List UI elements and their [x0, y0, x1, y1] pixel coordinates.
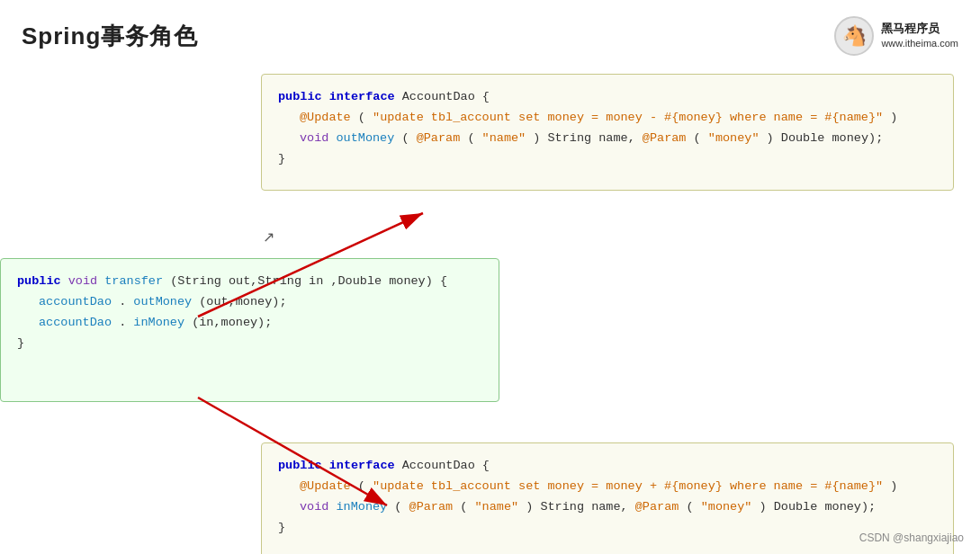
param-annotation3: @Param: [409, 500, 454, 514]
kw-void: void: [300, 131, 328, 145]
kw-public2: public: [17, 274, 61, 288]
page-title: Spring事务角色: [22, 21, 198, 52]
method-out-ref: outMoney: [133, 295, 192, 308]
brand-name: 黑马程序员: [881, 21, 958, 37]
top-line2: @Update ( "update tbl_account set money …: [278, 108, 937, 129]
kw-void3: void: [300, 500, 328, 514]
footer-text: CSDN @shangxiajiao: [859, 532, 964, 544]
bot-line2: @Update ( "update tbl_account set money …: [278, 477, 937, 497]
kw-public: public: [278, 90, 322, 103]
code-box-top: public interface AccountDao { @Update ( …: [261, 74, 954, 191]
param-annotation4: @Param: [635, 500, 679, 514]
bot-line1: public interface AccountDao {: [278, 456, 937, 477]
account-dao-ref: accountDao: [39, 295, 112, 308]
footer: CSDN @shangxiajiao: [859, 532, 964, 544]
horse-icon: 🐴: [842, 24, 867, 48]
header: Spring事务角色 🐴 黑马程序员 www.itheima.com: [0, 0, 980, 65]
account-dao-ref2: accountDao: [39, 316, 112, 329]
bot-line4: }: [278, 518, 937, 539]
top-line3: void outMoney ( @Param ( "name" ) String…: [278, 129, 937, 149]
main-content: public interface AccountDao { @Update ( …: [0, 65, 980, 551]
kw-interface2: interface: [329, 459, 395, 472]
logo-icon: 🐴: [834, 16, 874, 56]
mid-line2: accountDao . outMoney (out,money);: [17, 292, 482, 313]
update-string2: "update tbl_account set money = money + …: [373, 479, 883, 493]
cursor: ↗: [263, 228, 274, 246]
code-box-bottom: public interface AccountDao { @Update ( …: [261, 442, 954, 554]
logo-area: 🐴 黑马程序员 www.itheima.com: [834, 16, 958, 56]
annotation-update: @Update: [300, 111, 351, 124]
mid-line1: public void transfer (String out,String …: [17, 272, 482, 292]
top-line1: public interface AccountDao {: [278, 87, 937, 108]
param-money-str2: "money": [701, 500, 752, 514]
update-string: "update tbl_account set money = money - …: [373, 111, 883, 124]
param-annotation1: @Param: [417, 131, 461, 145]
bot-line3: void inMoney ( @Param ( "name" ) String …: [278, 497, 937, 518]
mid-line3: accountDao . inMoney (in,money);: [17, 313, 482, 334]
kw-void2: void: [68, 274, 97, 288]
method-outmoney: outMoney: [337, 131, 395, 145]
top-line4: }: [278, 149, 937, 170]
kw-public3: public: [278, 459, 322, 472]
param-name-str2: "name": [475, 500, 519, 514]
param-annotation2: @Param: [643, 131, 687, 145]
method-in-ref: inMoney: [133, 316, 184, 329]
method-inmoney: inMoney: [337, 500, 388, 514]
kw-interface: interface: [329, 90, 395, 103]
logo-text: 黑马程序员 www.itheima.com: [881, 21, 958, 51]
param-money-str: "money": [708, 131, 760, 145]
mid-line4: }: [17, 334, 482, 354]
method-transfer: transfer: [104, 274, 163, 288]
param-name-str: "name": [482, 131, 526, 145]
annotation-update2: @Update: [300, 479, 351, 493]
code-box-middle: public void transfer (String out,String …: [0, 258, 499, 402]
website: www.itheima.com: [881, 37, 958, 50]
